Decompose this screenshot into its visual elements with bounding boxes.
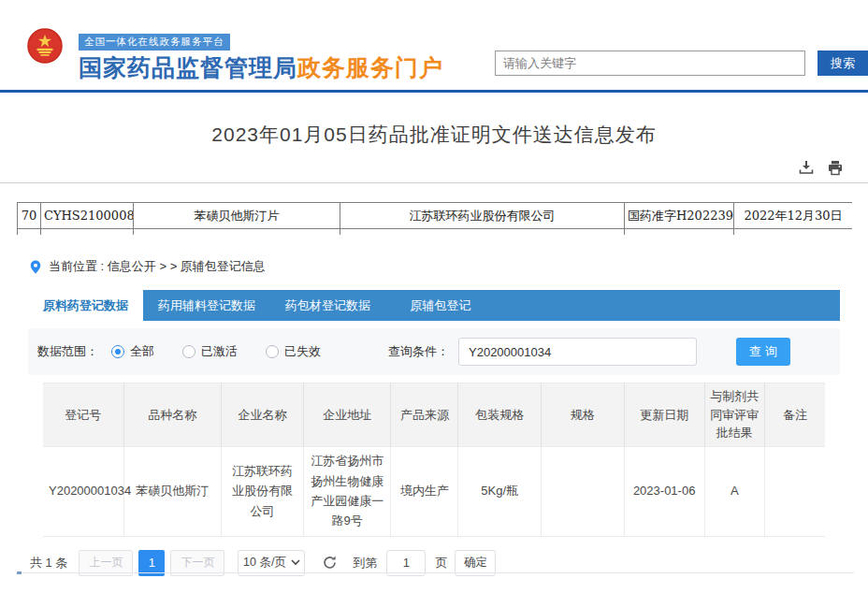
radio-activated[interactable]: 已激活 [182, 343, 238, 360]
cell-product-source: 境内生产 [391, 446, 458, 536]
bottom-scroll-indicator [17, 571, 22, 574]
print-button[interactable] [827, 160, 844, 176]
tab-excipient-data[interactable]: 药用辅料登记数据 [143, 290, 270, 321]
tab-packaging-data[interactable]: 药包材登记数据 [270, 290, 385, 321]
query-label: 查询条件： [388, 343, 449, 360]
tab-raw-material-data[interactable]: 原料药登记数据 [28, 290, 143, 321]
radio-expired-label: 已失效 [284, 343, 321, 360]
platform-badge: 全国一体化在线政务服务平台 [79, 34, 230, 51]
total-count: 共 1 条 [30, 555, 67, 571]
filter-bar: 数据范围： 全部 已激活 已失效 查询条件： 查询 [28, 328, 840, 375]
header-divider [0, 90, 868, 93]
col-review-result: 与制剂共同审评审批结果 [704, 383, 764, 447]
goto-unit: 页 [435, 555, 447, 571]
query-input[interactable] [458, 338, 697, 366]
cell-variety-name: 苯磺贝他斯汀 [123, 446, 222, 536]
cell-update-date: 2023-01-06 [624, 446, 704, 536]
refresh-icon [322, 555, 338, 571]
cell-company-name: 江苏联环药业股份有限公司 [222, 446, 304, 536]
breadcrumb: 当前位置 : 信息公开 > > 原辅包登记信息 [29, 258, 266, 275]
breadcrumb-text: 当前位置 : 信息公开 > > 原辅包登记信息 [49, 258, 266, 275]
refresh-button[interactable] [322, 555, 338, 571]
cell-remark [765, 446, 825, 536]
delivery-table: 70 CYHS2100008国 苯磺贝他斯汀片 江苏联环药业股份有限公司 国药准… [17, 202, 852, 235]
radio-dot-icon [266, 345, 279, 358]
cell-review-result: A [704, 446, 764, 536]
search-input[interactable] [495, 51, 805, 76]
delivery-row: 70 CYHS2100008国 苯磺贝他斯汀片 江苏联环药业股份有限公司 国药准… [18, 203, 853, 229]
download-button[interactable] [798, 160, 815, 176]
cell-spec [541, 446, 624, 536]
portal-name: 政务服务门户 [297, 54, 443, 80]
table-row: Y20200001034 苯磺贝他斯汀 江苏联环药业股份有限公司 江苏省扬州市扬… [43, 446, 825, 536]
bottom-divider [17, 572, 854, 573]
radio-all-label: 全部 [130, 343, 154, 360]
registry-header-row: 登记号 品种名称 企业名称 企业地址 产品来源 包装规格 规格 更新日期 与制剂… [43, 383, 825, 447]
col-spec: 规格 [541, 383, 624, 447]
delivery-approval-no: 国药准字H20223928 [625, 203, 734, 229]
delivery-row-clipped [18, 229, 853, 236]
registry-panel: 原料药登记数据 药用辅料登记数据 药包材登记数据 原辅包登记 数据范围： 全部 … [28, 290, 840, 576]
delivery-drug-name: 苯磺贝他斯汀片 [134, 203, 340, 229]
delivery-index: 70 [18, 203, 41, 229]
org-name: 国家药品监督管理局 [79, 54, 297, 80]
delivery-acceptance-no: CYHS2100008国 [41, 203, 134, 229]
delivery-company: 江苏联环药业股份有限公司 [340, 203, 625, 229]
document-toolbar [798, 160, 844, 176]
toolbar-divider [0, 182, 868, 183]
goto-label: 到第 [353, 555, 377, 571]
radio-dot-icon [111, 345, 124, 358]
radio-all[interactable]: 全部 [111, 343, 154, 360]
national-emblem-logo [27, 28, 63, 64]
search-button[interactable]: 搜索 [817, 51, 868, 76]
col-registration-no: 登记号 [43, 383, 123, 447]
col-company-name: 企业名称 [222, 383, 304, 447]
tab-bar: 原料药登记数据 药用辅料登记数据 药包材登记数据 原辅包登记 [28, 290, 840, 321]
cell-packaging-spec: 5Kg/瓶 [458, 446, 542, 536]
cell-registration-no: Y20200001034 [43, 446, 123, 536]
brand-block: 全国一体化在线政务服务平台 国家药品监督管理局政务服务门户 [79, 32, 443, 83]
col-update-date: 更新日期 [624, 383, 704, 447]
col-company-address: 企业地址 [303, 383, 391, 447]
page: 全国一体化在线政务服务平台 国家药品监督管理局政务服务门户 搜索 2023年01… [0, 0, 868, 593]
location-pin-icon [29, 259, 42, 275]
chevron-down-icon [291, 559, 300, 566]
col-remark: 备注 [765, 383, 825, 447]
page-size-value: 10 条/页 [243, 555, 286, 571]
cell-company-address: 江苏省扬州市扬州生物健康产业园健康一路9号 [303, 446, 391, 536]
radio-activated-label: 已激活 [201, 343, 238, 360]
col-product-source: 产品来源 [391, 383, 458, 447]
col-packaging-spec: 包装规格 [458, 383, 542, 447]
radio-expired[interactable]: 已失效 [266, 343, 321, 360]
query-button[interactable]: 查询 [736, 338, 790, 366]
page-title: 2023年01月05日药品批准证明文件送达信息发布 [0, 122, 868, 148]
tab-registration[interactable]: 原辅包登记 [385, 290, 496, 321]
col-variety-name: 品种名称 [123, 383, 222, 447]
download-icon [798, 160, 815, 176]
registry-table: 登记号 品种名称 企业名称 企业地址 产品来源 包装规格 规格 更新日期 与制剂… [43, 383, 825, 537]
delivery-date: 2022年12月30日 [734, 203, 853, 229]
radio-dot-icon [182, 345, 195, 358]
print-icon [827, 160, 844, 176]
site-header: 全国一体化在线政务服务平台 国家药品监督管理局政务服务门户 搜索 [0, 0, 868, 90]
scope-label: 数据范围： [37, 343, 98, 360]
